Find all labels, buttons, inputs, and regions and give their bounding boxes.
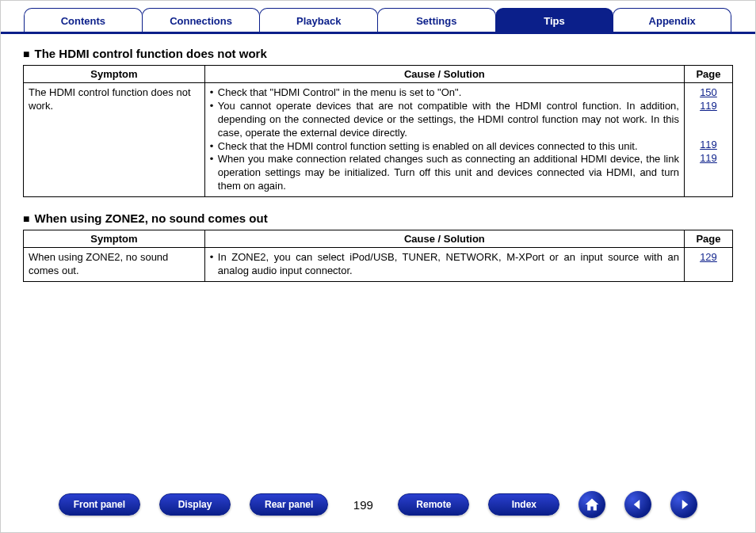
front-panel-button[interactable]: Front panel bbox=[59, 493, 140, 516]
tab-contents[interactable]: Contents bbox=[24, 8, 143, 32]
prev-page-icon[interactable] bbox=[624, 491, 651, 518]
tab-settings[interactable]: Settings bbox=[377, 8, 496, 32]
symptom-cell: The HDMI control function does not work. bbox=[24, 83, 205, 197]
table-row: The HDMI control function does not work.… bbox=[24, 83, 733, 197]
troubleshoot-table-hdmi: Symptom Cause / Solution Page The HDMI c… bbox=[23, 65, 733, 197]
tab-tips[interactable]: Tips bbox=[495, 8, 614, 32]
next-page-icon[interactable] bbox=[670, 491, 697, 518]
display-button[interactable]: Display bbox=[159, 493, 231, 516]
rear-panel-button[interactable]: Rear panel bbox=[250, 493, 328, 516]
solution-cell: Check that "HDMI Control" in the menu is… bbox=[204, 83, 684, 197]
table-row: When using ZONE2, no sound comes out. In… bbox=[24, 248, 733, 282]
col-header-symptom: Symptom bbox=[24, 66, 205, 83]
col-header-solution: Cause / Solution bbox=[204, 66, 684, 83]
page-number: 199 bbox=[347, 498, 379, 512]
tab-connections[interactable]: Connections bbox=[142, 8, 261, 32]
tab-appendix[interactable]: Appendix bbox=[613, 8, 731, 32]
page-link[interactable]: 119 bbox=[689, 100, 727, 113]
square-bullet-icon: ■ bbox=[23, 212, 29, 225]
home-icon[interactable] bbox=[578, 491, 605, 518]
page-link[interactable]: 119 bbox=[689, 139, 727, 152]
page-link[interactable]: 129 bbox=[689, 251, 727, 265]
col-header-page: Page bbox=[684, 66, 732, 83]
page-cell: 129 bbox=[684, 248, 732, 282]
section-title-text: When using ZONE2, no sound comes out bbox=[34, 211, 267, 225]
top-tab-bar: Contents Connections Playback Settings T… bbox=[1, 1, 755, 34]
col-header-page: Page bbox=[684, 230, 732, 248]
section-title-text: The HDMI control function does not work bbox=[34, 47, 266, 60]
page-content: ■ The HDMI control function does not wor… bbox=[1, 34, 755, 282]
tab-playback[interactable]: Playback bbox=[259, 8, 378, 32]
solution-item: Check that the HDMI control function set… bbox=[210, 140, 679, 154]
solution-item: When you make connection related changes… bbox=[210, 153, 679, 193]
square-bullet-icon: ■ bbox=[23, 48, 29, 60]
page-cell: 150 119 119 119 bbox=[684, 83, 732, 197]
troubleshoot-table-zone2: Symptom Cause / Solution Page When using… bbox=[23, 230, 733, 282]
symptom-cell: When using ZONE2, no sound comes out. bbox=[24, 248, 205, 282]
section-title-zone2: ■ When using ZONE2, no sound comes out bbox=[23, 211, 733, 225]
remote-button[interactable]: Remote bbox=[398, 493, 469, 516]
index-button[interactable]: Index bbox=[488, 493, 559, 516]
bottom-nav-bar: Front panel Display Rear panel 199 Remot… bbox=[1, 491, 755, 518]
col-header-solution: Cause / Solution bbox=[204, 230, 684, 248]
solution-item: You cannot operate devices that are not … bbox=[210, 100, 679, 140]
solution-item: Check that "HDMI Control" in the menu is… bbox=[210, 86, 679, 100]
page-link[interactable]: 150 bbox=[689, 86, 727, 100]
section-title-hdmi: ■ The HDMI control function does not wor… bbox=[23, 47, 733, 60]
col-header-symptom: Symptom bbox=[24, 230, 205, 248]
solution-cell: In ZONE2, you can select iPod/USB, TUNER… bbox=[204, 248, 684, 282]
solution-item: In ZONE2, you can select iPod/USB, TUNER… bbox=[210, 251, 679, 278]
page-link[interactable]: 119 bbox=[689, 152, 727, 166]
